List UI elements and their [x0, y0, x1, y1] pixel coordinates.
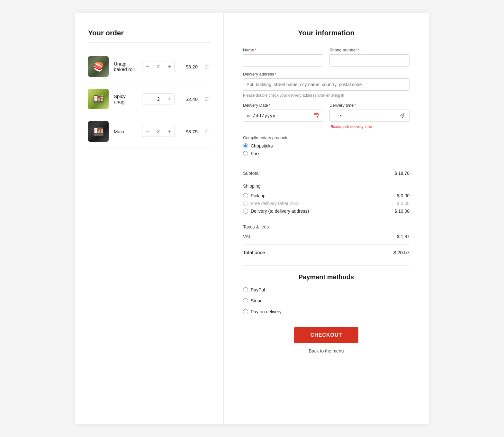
fork-label[interactable]: Fork [251, 151, 260, 156]
taxes-label: Taxes & fees [243, 224, 269, 229]
chopsticks-label[interactable]: Chopsticks [251, 143, 273, 148]
complimentary-fork[interactable]: Fork [243, 151, 410, 156]
time-group: Delivery time* ⏱ Please pick delivery ti… [329, 103, 410, 129]
vat-label: VAT [243, 234, 251, 239]
date-input-wrapper: 📅 [243, 110, 323, 122]
phone-input[interactable] [329, 54, 410, 67]
item-delete-2[interactable] [203, 128, 211, 135]
vat-value: $ 1.87 [397, 234, 410, 239]
subtotal-row: Subtotal $ 18.70 [243, 171, 410, 176]
name-required: * [255, 48, 256, 52]
subtotal-label: Subtotal [243, 171, 259, 176]
fork-radio[interactable] [243, 151, 248, 156]
delivery-radio[interactable] [243, 209, 248, 214]
payment-paypal[interactable]: PayPal [243, 287, 410, 292]
total-row: Total price $ 20.57 [243, 244, 410, 255]
shipping-delivery[interactable]: Delivery (to delivery address) $ 10.00 [243, 209, 410, 214]
total-label: Total price [243, 250, 265, 255]
payment-section: Payment methods PayPal Stripe Pay on del… [243, 265, 410, 353]
complimentary-chopsticks[interactable]: Chopsticks [243, 143, 410, 148]
stripe-label[interactable]: Stripe [251, 298, 263, 303]
chopsticks-radio[interactable] [243, 143, 248, 148]
item-delete-1[interactable] [203, 95, 211, 103]
info-panel: Your information Name* Phone number* Del… [224, 13, 429, 424]
qty-increase-1[interactable]: + [164, 94, 175, 104]
page-container: Your order Unagi baked roll − + $3.20 [75, 13, 429, 424]
address-label: Delivery address* [243, 72, 410, 76]
delivery-label[interactable]: Delivery (to delivery address) [251, 209, 309, 214]
address-group: Delivery address* Please double check yo… [243, 72, 410, 98]
free-delivery-label: Free delivery (after 20$) [251, 201, 299, 206]
qty-value-2[interactable] [153, 126, 164, 137]
address-input[interactable] [243, 78, 410, 91]
time-input[interactable] [329, 110, 410, 122]
complimentary-title: Complimentary products [243, 135, 410, 140]
time-required: * [354, 103, 356, 108]
time-hint: Please pick delivery time [329, 124, 410, 129]
checkout-button[interactable]: CHECKOUT [294, 327, 358, 343]
date-group: Delivery Date* 📅 [243, 103, 323, 129]
item-name-0: Unagi baked roll [114, 61, 137, 72]
payment-title: Payment methods [243, 273, 410, 281]
pod-label[interactable]: Pay on delivery [251, 309, 282, 314]
item-image-0 [88, 56, 109, 77]
qty-controls-0: − + [142, 61, 175, 72]
item-image-1 [88, 89, 109, 109]
order-panel: Your order Unagi baked roll − + $3.20 [75, 13, 224, 424]
paypal-label[interactable]: PayPal [251, 287, 265, 292]
name-label: Name* [243, 48, 323, 52]
vat-row: VAT $ 1.87 [243, 234, 410, 239]
paypal-radio[interactable] [243, 287, 248, 292]
payment-stripe[interactable]: Stripe [243, 298, 410, 303]
back-to-menu-link[interactable]: Back to the menu [243, 348, 410, 353]
item-price-1: $2.40 [180, 96, 198, 102]
pickup-price: $ 0.00 [397, 193, 410, 198]
shipping-free-delivery: Free delivery (after 20$) $ 0.00 [243, 201, 410, 206]
qty-decrease-2[interactable]: − [142, 126, 153, 137]
time-label: Delivery time* [329, 103, 410, 108]
qty-decrease-0[interactable]: − [142, 61, 153, 72]
qty-decrease-1[interactable]: − [142, 94, 153, 104]
qty-value-1[interactable] [153, 94, 164, 104]
date-required: * [269, 103, 270, 108]
date-input[interactable] [243, 110, 323, 122]
name-input[interactable] [243, 54, 323, 67]
order-items-list: Unagi baked roll − + $3.20 Spicy unagi − [88, 50, 211, 148]
phone-label: Phone number* [329, 48, 410, 52]
qty-increase-0[interactable]: + [164, 61, 175, 72]
payment-pod[interactable]: Pay on delivery [243, 309, 410, 314]
pickup-label[interactable]: Pick up [251, 193, 266, 198]
shipping-pickup[interactable]: Pick up $ 0.00 [243, 193, 410, 198]
phone-group: Phone number* [329, 48, 410, 67]
order-item: Spicy unagi − + $2.40 [88, 83, 211, 115]
name-group: Name* [243, 48, 323, 67]
name-phone-row: Name* Phone number* [243, 48, 410, 67]
item-name-2: Maki [114, 129, 137, 134]
qty-value-0[interactable] [153, 61, 164, 72]
order-item: Unagi baked roll − + $3.20 [88, 50, 211, 83]
shipping-label: Shipping [243, 183, 261, 189]
delivery-price: $ 10.00 [394, 209, 410, 214]
info-section-title: Your information [243, 29, 410, 37]
divider-taxes [243, 219, 410, 219]
pickup-radio[interactable] [243, 193, 248, 198]
order-item: Maki − + $3.75 [88, 115, 211, 148]
order-title: Your order [88, 29, 211, 43]
shipping-header-row: Shipping [243, 180, 410, 191]
free-delivery-radio [243, 201, 248, 206]
free-delivery-price: $ 0.00 [397, 201, 410, 206]
complimentary-section: Complimentary products Chopsticks Fork [243, 135, 410, 156]
date-label: Delivery Date* [243, 103, 323, 108]
pod-radio[interactable] [243, 309, 248, 314]
item-price-2: $3.75 [180, 129, 198, 134]
date-time-row: Delivery Date* 📅 Delivery time* ⏱ Please… [243, 103, 410, 129]
total-value: $ 20.57 [393, 250, 410, 255]
payment-options: PayPal Stripe Pay on delivery [243, 287, 410, 317]
qty-increase-2[interactable]: + [164, 126, 175, 137]
item-delete-0[interactable] [203, 63, 211, 70]
address-required: * [275, 72, 276, 76]
stripe-radio[interactable] [243, 298, 248, 303]
item-price-0: $3.20 [180, 64, 198, 69]
item-image-2 [88, 121, 109, 142]
subtotal-value: $ 18.70 [394, 171, 410, 176]
